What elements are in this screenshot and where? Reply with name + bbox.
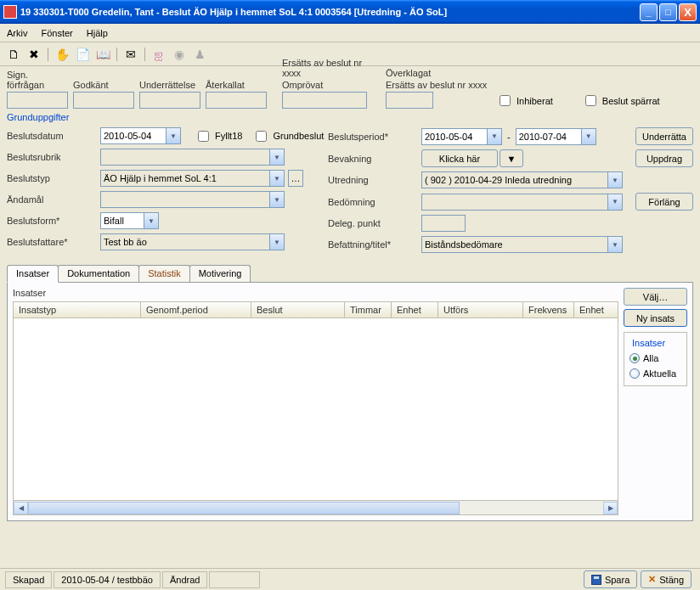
beslutsform-dropdown-icon[interactable]: ▼ [144,212,159,229]
aterkallat-input[interactable] [206,92,267,109]
radio-aktuella[interactable]: Aktuella [629,368,681,379]
klicka-har-button[interactable]: Klicka här [421,149,498,167]
beslutsform-input[interactable] [100,212,144,229]
col-timmar[interactable]: Timmar [345,302,392,317]
radio-aktuella-icon [629,368,640,379]
butterfly-icon[interactable]: ஐ [152,48,166,61]
menu-arkiv[interactable]: Arkiv [7,28,27,38]
menubar: Arkiv Fönster Hjälp [0,24,700,42]
spara-label: Spara [605,575,629,585]
label-grundbeslut: Grundbeslut [273,131,324,141]
tab-statistik[interactable]: Statistik [138,265,190,283]
bedomning-dropdown-icon[interactable]: ▼ [608,194,623,211]
godkant-input[interactable] [73,92,134,109]
beslutstyp-more-button[interactable]: … [288,170,303,187]
radio-alla-icon [629,353,640,363]
people-icon[interactable]: ♟ [193,48,206,61]
horizontal-scrollbar[interactable]: ◀ ▶ [13,501,618,515]
beslutsdatum-input[interactable] [100,127,167,144]
table-body[interactable] [13,318,618,501]
stang-button[interactable]: ✕ Stäng [641,570,692,588]
scroll-thumb[interactable] [28,502,460,514]
scroll-track[interactable] [28,502,603,514]
label-sparrat: Beslut spärrat [602,96,660,106]
label-inhiberat: Inhiberat [517,96,553,106]
valj-button[interactable]: Välj… [624,288,687,306]
beslutsrubrik-input[interactable] [100,149,270,166]
col-beslut[interactable]: Beslut [251,302,345,317]
label-fyllt18: Fyllt18 [215,131,242,141]
label-beslutsfattare: Beslutsfattare* [7,237,100,247]
spara-button[interactable]: Spara [584,570,637,588]
andamal-input[interactable] [100,191,270,208]
maximize-button[interactable]: □ [659,3,677,21]
befattning-input[interactable] [421,236,608,253]
underrattelse-input[interactable] [139,92,200,109]
andamal-dropdown-icon[interactable]: ▼ [270,191,285,208]
status-skapad-value: 2010-05-04 / testbbäo [54,571,161,588]
close-button[interactable]: X [679,3,697,21]
mail-icon[interactable]: ✉ [124,48,138,61]
scroll-right-icon[interactable]: ▶ [603,502,618,514]
new-icon[interactable]: 🗋 [7,48,20,61]
menu-fonster[interactable]: Fönster [41,28,72,38]
bevakning-dropdown-button[interactable]: ▼ [500,149,523,167]
label-ersatts2: Ersätts av beslut nr xxxx [386,80,488,90]
document-icon[interactable]: 📄 [76,48,89,61]
delegpunkt-input[interactable] [421,215,466,232]
beslutsfattare-dropdown-icon[interactable]: ▼ [270,233,285,250]
col-frekvens[interactable]: Frekvens [523,302,574,317]
fingerprint-icon[interactable]: ◉ [172,48,186,61]
col-utfors[interactable]: Utförs [438,302,523,317]
befattning-dropdown-icon[interactable]: ▼ [608,236,623,253]
grundbeslut-checkbox[interactable] [256,131,267,142]
ersatts2-input[interactable] [386,92,433,109]
beslutstyp-input[interactable] [100,170,270,187]
toolbar-separator [144,48,145,61]
forlang-button[interactable]: Förläng [635,193,693,211]
scroll-left-icon[interactable]: ◀ [14,502,28,514]
radio-aktuella-label: Aktuella [643,368,676,379]
omprovat-input[interactable] [282,92,367,109]
label-bevakning: Bevakning [328,154,421,164]
period-from-dropdown-icon[interactable]: ▼ [488,128,502,145]
statusbar: Skapad 2010-05-04 / testbbäo Ändrad Spar… [0,568,700,590]
label-sign: Sign. förfrågan [7,70,68,90]
inhiberat-checkbox[interactable] [500,95,511,106]
delete-icon[interactable]: ✖ [27,48,41,61]
insatser-fieldset: Insatser Alla Aktuella [624,332,687,386]
period-to-dropdown-icon[interactable]: ▼ [582,128,596,145]
fyllt18-checkbox[interactable] [198,131,209,142]
beslutsfattare-input[interactable] [100,233,270,250]
label-befattning: Befattning/titel* [328,239,421,250]
tab-motivering[interactable]: Motivering [189,265,251,283]
toolbar-separator [48,48,48,61]
tab-dokumentation[interactable]: Dokumentation [58,265,139,283]
period-from-input[interactable] [421,128,488,145]
col-insatstyp[interactable]: Insatstyp [14,302,141,317]
col-genomf[interactable]: Genomf.period [141,302,251,317]
sign-input[interactable] [7,92,68,109]
menu-hjalp[interactable]: Hjälp [87,28,108,38]
ny-insats-button[interactable]: Ny insats [624,309,687,327]
utredning-input[interactable] [421,171,608,188]
bedomning-input[interactable] [421,194,608,211]
period-to-input[interactable] [516,128,582,145]
sparrat-checkbox[interactable] [585,95,596,106]
utredning-dropdown-icon[interactable]: ▼ [608,171,623,188]
beslutsrubrik-dropdown-icon[interactable]: ▼ [270,149,285,166]
beslutstyp-dropdown-icon[interactable]: ▼ [270,170,285,187]
tab-insatser[interactable]: Insatser [7,265,59,283]
hand-icon[interactable]: ✋ [55,48,69,61]
col-enhet2[interactable]: Enhet [574,302,618,317]
col-enhet[interactable]: Enhet [392,302,438,317]
insatser-title: Insatser [13,288,618,298]
uppdrag-button[interactable]: Uppdrag [635,149,693,167]
radio-alla[interactable]: Alla [629,353,681,363]
beslutsdatum-dropdown-icon[interactable]: ▼ [167,127,181,144]
minimize-button[interactable]: _ [640,3,658,21]
book-icon[interactable]: 📖 [96,48,110,61]
underratta-button[interactable]: Underrätta [635,127,693,145]
label-beslutsperiod: Beslutsperiod* [328,132,421,142]
radio-alla-label: Alla [643,353,658,363]
